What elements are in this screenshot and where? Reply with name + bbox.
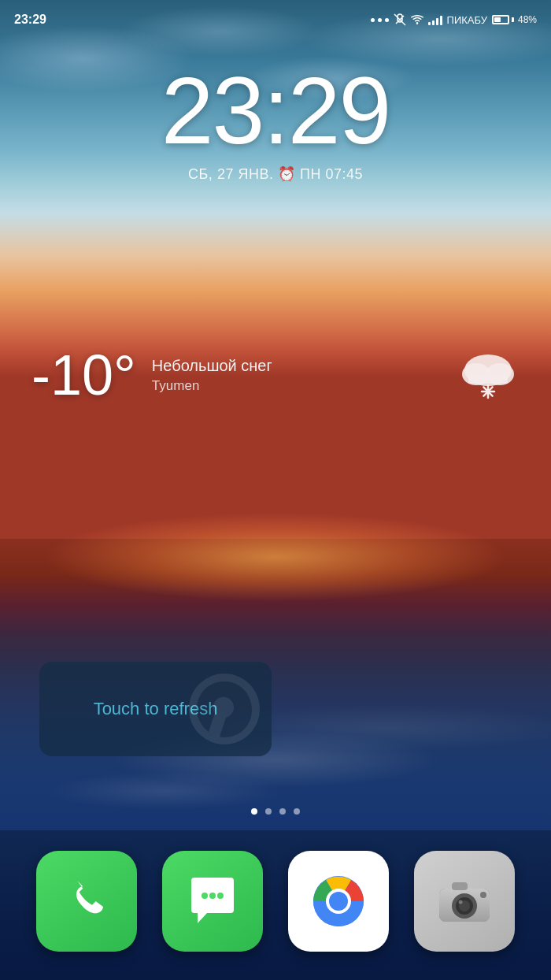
steam-watermark-icon <box>185 670 264 748</box>
page-dot-4 <box>294 808 300 815</box>
messages-app-icon[interactable] <box>162 851 263 952</box>
weather-temperature: -10° <box>31 347 136 403</box>
battery-percent: 48% <box>518 14 537 25</box>
refresh-widget[interactable]: Touch to refresh <box>39 662 272 756</box>
snow-cloud-icon <box>457 348 520 399</box>
three-dots-icon <box>371 18 389 22</box>
chrome-icon <box>304 867 373 936</box>
page-dot-2 <box>265 808 272 815</box>
svg-point-23 <box>480 892 486 898</box>
weather-icon-area <box>457 348 520 403</box>
chrome-app-icon[interactable] <box>288 851 389 952</box>
phone-icon <box>59 874 114 929</box>
signal-icon <box>428 14 442 25</box>
clock-time: 23:29 <box>0 63 551 158</box>
svg-point-21 <box>459 900 463 904</box>
dock <box>0 830 551 980</box>
horizon-glow <box>0 510 551 604</box>
svg-point-0 <box>416 22 417 24</box>
mute-icon <box>394 13 406 26</box>
messages-icon <box>183 874 242 928</box>
weather-info: Небольшой снег Tyumen <box>152 357 272 394</box>
camera-icon <box>436 878 493 925</box>
status-bar: 23:29 ПИКАБУ 48% <box>0 0 551 39</box>
page-dot-1 <box>251 808 257 815</box>
camera-app-icon[interactable] <box>414 851 515 952</box>
alarm-time: 07:45 <box>325 166 363 182</box>
main-clock: 23:29 СБ, 27 ЯНВ. ⏰ ПН 07:45 <box>0 63 551 183</box>
weather-widget: -10° Небольшой снег Tyumen <box>24 347 527 403</box>
svg-rect-22 <box>452 882 468 890</box>
status-icons-group: ПИКАБУ 48% <box>371 13 537 26</box>
app-name: ПИКАБУ <box>447 14 487 26</box>
svg-point-11 <box>209 893 216 899</box>
svg-point-10 <box>202 893 208 899</box>
alarm-day: ПН <box>300 166 321 182</box>
clock-date: СБ, 27 ЯНВ. ⏰ ПН 07:45 <box>0 165 551 183</box>
alarm-icon: ⏰ <box>278 166 300 182</box>
phone-app-icon[interactable] <box>36 851 137 952</box>
svg-rect-4 <box>468 374 508 384</box>
battery-indicator: 48% <box>492 14 537 25</box>
clock-date-text: СБ, 27 ЯНВ. <box>188 166 273 182</box>
weather-city: Tyumen <box>152 378 272 394</box>
page-dots <box>0 808 551 815</box>
page-dot-3 <box>279 808 286 815</box>
status-time: 23:29 <box>14 13 46 27</box>
svg-point-12 <box>217 893 224 899</box>
wifi-icon <box>411 15 423 25</box>
weather-description: Небольшой снег <box>152 357 272 375</box>
svg-point-15 <box>329 892 348 911</box>
